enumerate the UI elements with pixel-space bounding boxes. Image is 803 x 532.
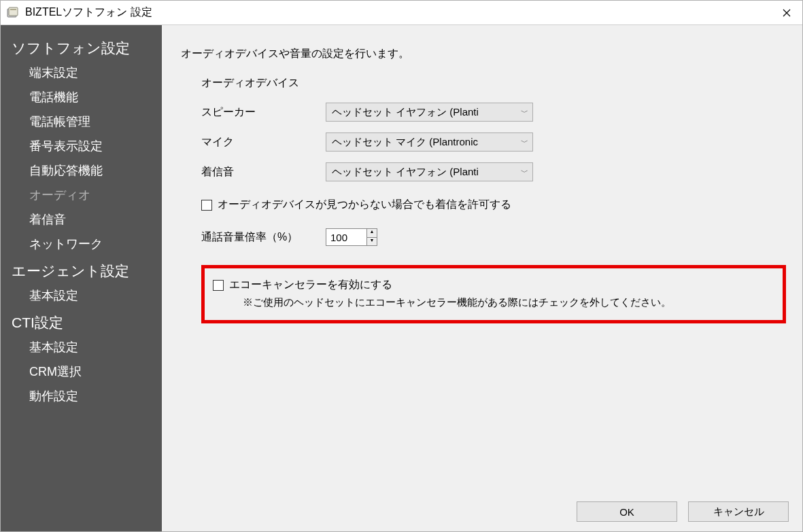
volume-rate-up[interactable]: ▲ (367, 229, 377, 237)
page-heading: オーディオデバイスや音量の設定を行います。 (181, 47, 786, 61)
svg-rect-1 (9, 7, 18, 16)
speaker-select[interactable]: ヘッドセット イヤフォン (Planti ﹀ (326, 103, 533, 122)
mic-row: マイク ヘッドセット マイク (Plantronic ﹀ (201, 132, 786, 152)
echo-canceller-label: エコーキャンセラーを有効にする (229, 278, 392, 292)
echo-canceller-checkbox[interactable] (213, 280, 224, 291)
sidebar-item-crm-select[interactable]: CRM選択 (1, 359, 162, 384)
sidebar-item-ringtone[interactable]: 着信音 (1, 207, 162, 232)
close-icon (783, 9, 791, 17)
ringtone-label: 着信音 (201, 165, 326, 179)
speaker-select-value: ヘッドセット イヤフォン (Planti (332, 106, 517, 119)
allow-no-device-checkbox[interactable] (201, 200, 212, 211)
volume-rate-input[interactable] (326, 228, 366, 246)
echo-canceller-row[interactable]: エコーキャンセラーを有効にする (213, 278, 774, 292)
chevron-down-icon: ﹀ (521, 137, 528, 147)
sidebar-section-agent: エージェント設定 (1, 256, 162, 283)
allow-no-device-label: オーディオデバイスが見つからない場合でも着信を許可する (218, 198, 511, 212)
sidebar: ソフトフォン設定 端末設定 電話機能 電話帳管理 番号表示設定 自動応答機能 オ… (1, 25, 162, 531)
ok-button[interactable]: OK (577, 501, 677, 522)
settings-window: BIZTELソフトフォン 設定 ソフトフォン設定 端末設定 電話機能 電話帳管理… (0, 0, 803, 532)
main-panel: オーディオデバイスや音量の設定を行います。 オーディオデバイス スピーカー ヘッ… (162, 25, 802, 531)
cancel-button[interactable]: キャンセル (688, 501, 789, 522)
mic-select[interactable]: ヘッドセット マイク (Plantronic ﹀ (326, 132, 533, 152)
echo-canceller-highlight: エコーキャンセラーを有効にする ※ご使用のヘッドセットにエコーキャンセラー機能が… (201, 265, 786, 323)
sidebar-item-terminal-settings[interactable]: 端末設定 (1, 60, 162, 85)
ringtone-select[interactable]: ヘッドセット イヤフォン (Planti ﹀ (326, 162, 533, 181)
svg-rect-2 (10, 9, 16, 10)
sidebar-item-cti-basic[interactable]: 基本設定 (1, 335, 162, 359)
speaker-row: スピーカー ヘッドセット イヤフォン (Planti ﹀ (201, 103, 786, 122)
ringtone-row: 着信音 ヘッドセット イヤフォン (Planti ﹀ (201, 162, 786, 181)
mic-select-value: ヘッドセット マイク (Plantronic (332, 136, 517, 149)
close-button[interactable] (771, 1, 802, 25)
mic-label: マイク (201, 135, 326, 149)
sidebar-item-phonebook[interactable]: 電話帳管理 (1, 109, 162, 134)
chevron-down-icon: ﹀ (521, 167, 528, 177)
sidebar-item-audio[interactable]: オーディオ (1, 183, 162, 207)
title-bar: BIZTELソフトフォン 設定 (1, 1, 802, 25)
sidebar-section-softphone: ソフトフォン設定 (1, 33, 162, 60)
window-title: BIZTELソフトフォン 設定 (25, 5, 152, 20)
volume-rate-down[interactable]: ▼ (367, 237, 377, 245)
volume-rate-spinner: ▲ ▼ (326, 228, 377, 246)
audio-form: オーディオデバイス スピーカー ヘッドセット イヤフォン (Planti ﹀ マ… (181, 76, 786, 323)
sidebar-item-network[interactable]: ネットワーク (1, 232, 162, 256)
sidebar-item-cti-action[interactable]: 動作設定 (1, 384, 162, 408)
app-icon (6, 6, 20, 20)
dialog-footer: OK キャンセル (577, 501, 789, 522)
ringtone-select-value: ヘッドセット イヤフォン (Planti (332, 166, 517, 179)
volume-rate-label: 通話音量倍率（%） (201, 230, 326, 245)
sidebar-item-phone-features[interactable]: 電話機能 (1, 85, 162, 109)
sidebar-item-number-display[interactable]: 番号表示設定 (1, 134, 162, 158)
audio-device-heading: オーディオデバイス (201, 76, 786, 90)
chevron-down-icon: ﹀ (521, 107, 528, 118)
speaker-label: スピーカー (201, 105, 326, 120)
sidebar-item-auto-answer[interactable]: 自動応答機能 (1, 158, 162, 183)
sidebar-item-agent-basic[interactable]: 基本設定 (1, 283, 162, 308)
window-body: ソフトフォン設定 端末設定 電話機能 電話帳管理 番号表示設定 自動応答機能 オ… (1, 25, 802, 531)
sidebar-section-cti: CTI設定 (1, 308, 162, 335)
allow-no-device-row[interactable]: オーディオデバイスが見つからない場合でも着信を許可する (201, 198, 786, 212)
echo-canceller-note: ※ご使用のヘッドセットにエコーキャンセラー機能がある際にはチェックを外してくださ… (213, 296, 774, 309)
volume-rate-row: 通話音量倍率（%） ▲ ▼ (201, 228, 786, 246)
